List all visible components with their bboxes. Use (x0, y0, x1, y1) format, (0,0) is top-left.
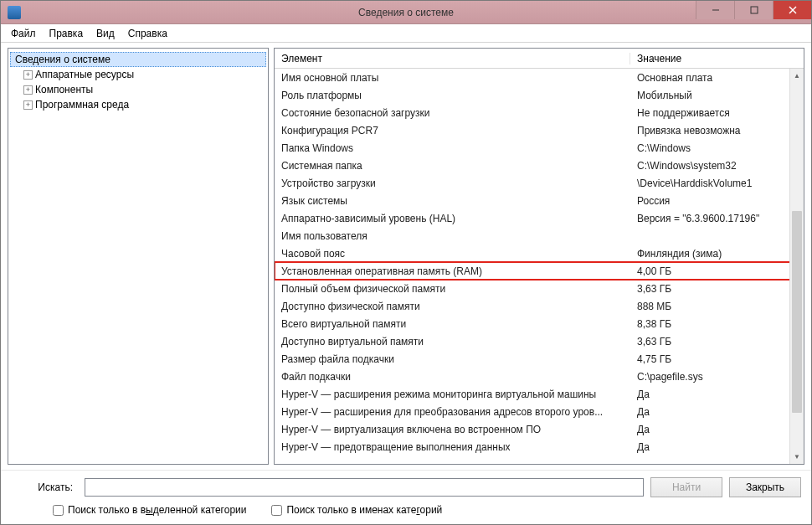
footer: Искать: Найти Закрыть Поиск только в выд… (1, 470, 811, 524)
table-row[interactable]: Hyper-V — расширения для преобразования … (275, 403, 804, 420)
content-area: Сведения о системе + Аппаратные ресурсы … (1, 43, 811, 470)
cell-element: Имя основной платы (275, 72, 630, 84)
search-input[interactable] (85, 478, 644, 497)
table-row[interactable]: Часовой поясФинляндия (зима) (275, 244, 804, 262)
tree-root[interactable]: Сведения о системе (10, 52, 266, 67)
app-icon (8, 6, 21, 19)
cell-value: Привязка невозможна (630, 125, 804, 136)
table-row[interactable]: Размер файла подкачки4,75 ГБ (275, 350, 804, 368)
cell-element: Установленная оперативная память (RAM) (275, 265, 630, 277)
checkbox-input[interactable] (271, 505, 282, 516)
scroll-thumb[interactable] (792, 211, 802, 413)
cell-value: Россия (630, 195, 804, 207)
svg-rect-1 (751, 7, 758, 13)
cell-element: Hyper-V — предотвращение выполнения данн… (275, 441, 630, 453)
cell-element: Имя пользователя (275, 230, 630, 242)
search-category-names-checkbox[interactable]: Поиск только в именах категорий (271, 504, 442, 516)
table-row[interactable]: Аппаратно-зависимый уровень (HAL)Версия … (275, 209, 804, 227)
cell-value: Да (630, 406, 804, 418)
tree-item-hardware[interactable]: + Аппаратные ресурсы (10, 67, 266, 82)
cell-value: 8,38 ГБ (630, 318, 804, 330)
vertical-scrollbar[interactable]: ▲ ▼ (789, 69, 804, 464)
expand-icon[interactable]: + (23, 70, 33, 80)
maximize-button[interactable] (734, 1, 773, 19)
cell-element: Устройство загрузки (275, 178, 630, 189)
menu-help[interactable]: Справка (121, 26, 174, 41)
table-row[interactable]: Состояние безопасной загрузкиНе поддержи… (275, 104, 804, 121)
table-row[interactable]: Имя основной платыОсновная плата (275, 69, 804, 86)
cell-value: Финляндия (зима) (630, 248, 804, 260)
col-header-element[interactable]: Элемент (275, 53, 630, 64)
cell-element: Роль платформы (275, 90, 630, 101)
table-row[interactable]: Конфигурация PCR7Привязка невозможна (275, 121, 804, 139)
cell-element: Файл подкачки (275, 371, 630, 383)
cell-element: Доступно физической памяти (275, 301, 630, 312)
tree-item-label: Программная среда (35, 99, 129, 111)
tree-item-label: Компоненты (35, 84, 93, 95)
category-tree[interactable]: Сведения о системе + Аппаратные ресурсы … (8, 49, 268, 116)
cell-value: Не поддерживается (630, 107, 804, 119)
table-row[interactable]: Имя пользователя (275, 227, 804, 244)
expand-icon[interactable]: + (23, 100, 33, 110)
cell-element: Размер файла подкачки (275, 353, 630, 365)
table-row[interactable]: Папка WindowsC:\Windows (275, 139, 804, 157)
table-row[interactable]: Доступно физической памяти888 МБ (275, 297, 804, 315)
window-title: Сведения о системе (358, 7, 454, 18)
cell-value: 4,75 ГБ (630, 353, 804, 365)
scroll-down-button[interactable]: ▼ (790, 450, 804, 464)
table-row[interactable]: Роль платформыМобильный (275, 86, 804, 104)
search-label: Искать: (11, 481, 78, 493)
menu-file[interactable]: Файл (4, 26, 43, 41)
cell-value: 888 МБ (630, 301, 804, 312)
expand-icon[interactable]: + (23, 85, 33, 95)
close-button[interactable] (773, 1, 811, 19)
category-tree-panel: Сведения о системе + Аппаратные ресурсы … (8, 48, 269, 465)
cell-element: Состояние безопасной загрузки (275, 107, 630, 119)
table-row[interactable]: Hyper-V — виртуализация включена во встр… (275, 420, 804, 438)
find-button[interactable]: Найти (650, 477, 722, 497)
titlebar[interactable]: Сведения о системе (1, 1, 811, 24)
checkbox-label: Поиск только в именах категорий (286, 504, 442, 516)
table-row[interactable]: Hyper-V — расширения режима мониторинга … (275, 385, 804, 403)
cell-value: 3,63 ГБ (630, 283, 804, 295)
close-dialog-button[interactable]: Закрыть (729, 477, 801, 497)
tree-item-software[interactable]: + Программная среда (10, 97, 266, 112)
cell-value: Основная плата (630, 72, 804, 84)
table-row[interactable]: Язык системыРоссия (275, 192, 804, 209)
cell-element: Полный объем физической памяти (275, 283, 630, 295)
search-options-row: Поиск только в выделенной категории Поис… (11, 504, 801, 516)
scroll-up-button[interactable]: ▲ (790, 69, 804, 83)
scroll-track[interactable] (790, 83, 804, 450)
search-selected-category-checkbox[interactable]: Поиск только в выделенной категории (53, 504, 246, 516)
cell-value: Да (630, 389, 804, 400)
tree-root-label: Сведения о системе (15, 54, 110, 65)
search-row: Искать: Найти Закрыть (11, 477, 801, 497)
cell-element: Папка Windows (275, 142, 630, 154)
cell-value: Да (630, 424, 804, 435)
menu-edit[interactable]: Правка (43, 26, 90, 41)
table-row[interactable]: Файл подкачкиC:\pagefile.sys (275, 368, 804, 385)
cell-value: C:\Windows\system32 (630, 160, 804, 172)
menu-view[interactable]: Вид (90, 26, 121, 41)
checkbox-label: Поиск только в выделенной категории (68, 504, 246, 516)
menubar: Файл Правка Вид Справка (1, 24, 811, 43)
minimize-button[interactable] (696, 1, 734, 19)
checkbox-input[interactable] (53, 505, 64, 516)
table-row[interactable]: Системная папкаC:\Windows\system32 (275, 157, 804, 174)
table-row[interactable]: Hyper-V — предотвращение выполнения данн… (275, 438, 804, 456)
cell-value: C:\pagefile.sys (630, 371, 804, 383)
table-row[interactable]: Установленная оперативная память (RAM)4,… (275, 262, 804, 280)
tree-item-label: Аппаратные ресурсы (35, 69, 134, 80)
system-info-window: Сведения о системе Файл Правка Вид Справ… (0, 0, 812, 525)
cell-element: Всего виртуальной памяти (275, 318, 630, 330)
col-header-value[interactable]: Значение (630, 53, 804, 64)
table-row[interactable]: Всего виртуальной памяти8,38 ГБ (275, 315, 804, 332)
window-controls (696, 1, 811, 19)
table-body[interactable]: Имя основной платыОсновная платаРоль пла… (275, 69, 804, 464)
table-row[interactable]: Доступно виртуальной памяти3,63 ГБ (275, 332, 804, 350)
cell-element: Часовой пояс (275, 248, 630, 260)
cell-element: Hyper-V — виртуализация включена во встр… (275, 424, 630, 435)
table-row[interactable]: Устройство загрузки\Device\HarddiskVolum… (275, 174, 804, 192)
table-row[interactable]: Полный объем физической памяти3,63 ГБ (275, 280, 804, 297)
tree-item-components[interactable]: + Компоненты (10, 82, 266, 97)
